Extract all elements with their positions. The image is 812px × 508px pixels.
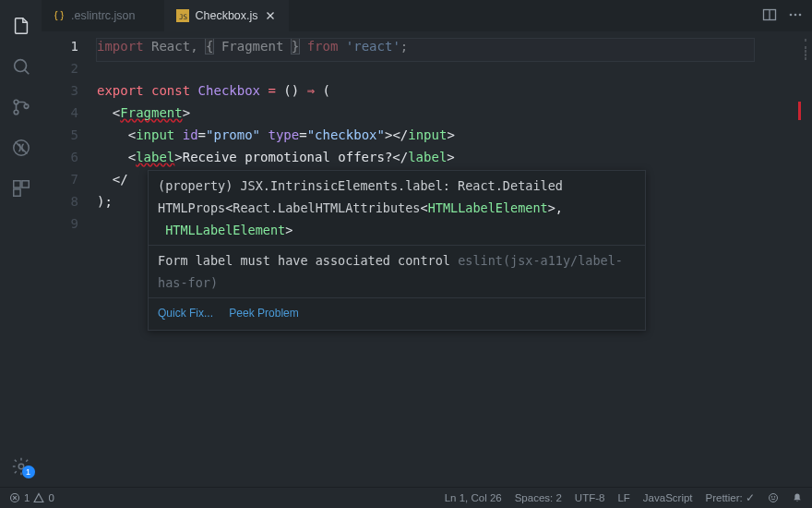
close-icon[interactable] [264, 9, 277, 22]
status-encoding[interactable]: UTF-8 [575, 492, 605, 503]
tab-bar: .eslintrc.json × JS Checkbox.js [42, 0, 812, 31]
js-file-icon: JS [176, 9, 189, 22]
tab-label: Checkbox.js [195, 9, 257, 22]
code-line: export const Checkbox = () ⇒ ( [97, 79, 812, 102]
tab-checkbox-js[interactable]: JS Checkbox.js [165, 0, 288, 31]
activity-bar: 1 [0, 0, 42, 487]
hover-diagnostic: Form label must have associated control … [149, 245, 645, 297]
status-language[interactable]: JavaScript [643, 492, 693, 503]
settings-gear-icon[interactable]: 1 [0, 446, 42, 487]
tab-eslintrc[interactable]: .eslintrc.json × [42, 0, 165, 31]
status-bar: 1 0 Ln 1, Col 26 Spaces: 2 UTF-8 LF Java… [0, 487, 812, 508]
svg-text:JS: JS [179, 13, 188, 21]
json-file-icon [53, 9, 66, 22]
search-icon[interactable] [0, 46, 42, 87]
svg-point-12 [790, 13, 793, 16]
tab-label: .eslintrc.json [71, 9, 135, 22]
hover-signature: (property) JSX.IntrinsicElements.label: … [149, 171, 645, 245]
code-line: <Fragment> [97, 102, 812, 124]
svg-rect-7 [13, 189, 19, 196]
status-feedback-icon[interactable] [768, 492, 779, 503]
source-control-icon[interactable] [0, 87, 42, 127]
no-bug-icon[interactable] [0, 127, 42, 168]
svg-point-18 [774, 496, 775, 497]
svg-point-2 [14, 110, 18, 115]
svg-point-16 [770, 494, 778, 502]
status-prettier[interactable]: Prettier: ✓ [706, 491, 755, 504]
code-line: <input id="promo" type="checkbox"></inpu… [97, 124, 812, 146]
split-editor-icon[interactable] [762, 7, 777, 25]
peek-problem-link[interactable]: Peek Problem [229, 307, 298, 320]
svg-point-13 [794, 13, 797, 16]
svg-point-1 [14, 100, 18, 104]
quick-fix-link[interactable]: Quick Fix... [158, 307, 213, 320]
status-problems[interactable]: 1 0 [9, 492, 54, 503]
status-cursor[interactable]: Ln 1, Col 26 [445, 492, 502, 503]
hover-widget: (property) JSX.IntrinsicElements.label: … [148, 170, 646, 331]
svg-rect-5 [13, 181, 19, 187]
code-line: <label>Receive promotional offers?</labe… [97, 146, 812, 168]
status-eol[interactable]: LF [617, 492, 629, 503]
line-gutter: 123456789 [42, 35, 97, 487]
more-actions-icon[interactable] [788, 7, 803, 25]
extensions-icon[interactable] [0, 168, 42, 209]
minimap[interactable] [799, 35, 812, 487]
explorer-icon[interactable] [0, 6, 42, 46]
hover-actions: Quick Fix... Peek Problem [149, 297, 645, 330]
svg-rect-6 [21, 181, 28, 187]
settings-badge: 1 [22, 466, 35, 478]
svg-point-14 [799, 13, 802, 16]
svg-point-17 [771, 496, 772, 497]
status-bell-icon[interactable] [792, 492, 803, 503]
svg-point-0 [14, 60, 26, 72]
status-indent[interactable]: Spaces: 2 [515, 492, 562, 503]
